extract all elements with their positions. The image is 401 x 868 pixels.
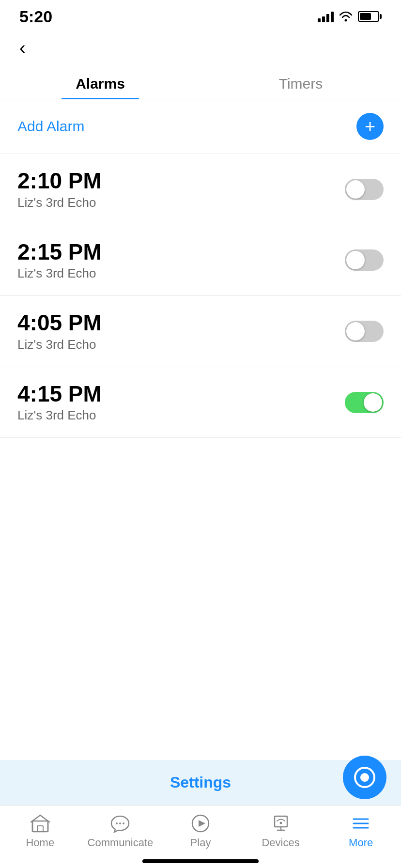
svg-point-11 xyxy=(279,822,282,824)
alarm-device: Liz's 3rd Echo xyxy=(17,266,102,281)
alarm-device: Liz's 3rd Echo xyxy=(17,408,102,423)
alarm-item: 2:15 PM Liz's 3rd Echo xyxy=(0,225,401,296)
add-alarm-row: Add Alarm + xyxy=(0,99,401,154)
play-icon xyxy=(189,813,212,834)
back-arrow-icon: ‹ xyxy=(19,38,26,58)
alarm-device: Liz's 3rd Echo xyxy=(17,337,102,352)
signal-icon xyxy=(318,11,334,22)
svg-point-0 xyxy=(345,19,347,22)
alarm-item: 4:05 PM Liz's 3rd Echo xyxy=(0,296,401,367)
alarms-list: 2:10 PM Liz's 3rd Echo 2:15 PM Liz's 3rd… xyxy=(0,154,401,438)
svg-point-5 xyxy=(116,822,118,824)
nav-item-play[interactable]: Play xyxy=(160,811,241,849)
alarm-time: 4:05 PM xyxy=(17,310,102,335)
plus-icon: + xyxy=(365,117,375,136)
nav-label-play: Play xyxy=(190,837,211,849)
toggle-knob xyxy=(346,322,365,341)
tabs-container: Alarms Timers xyxy=(0,67,401,99)
devices-icon xyxy=(269,813,293,834)
status-time: 5:20 xyxy=(19,7,52,26)
svg-rect-2 xyxy=(37,826,43,832)
toggle-knob xyxy=(346,180,365,199)
alarm-info: 2:15 PM Liz's 3rd Echo xyxy=(17,240,102,281)
svg-point-7 xyxy=(123,822,124,824)
alarm-toggle[interactable] xyxy=(345,321,384,342)
status-bar: 5:20 xyxy=(0,0,401,29)
alarm-toggle[interactable] xyxy=(345,392,384,413)
svg-rect-10 xyxy=(275,816,287,827)
home-icon xyxy=(29,813,52,834)
alarm-info: 4:05 PM Liz's 3rd Echo xyxy=(17,310,102,352)
more-icon xyxy=(349,813,372,834)
nav-label-home: Home xyxy=(26,837,54,849)
svg-point-6 xyxy=(119,822,121,824)
tab-timers[interactable]: Timers xyxy=(200,67,401,99)
add-alarm-button[interactable]: + xyxy=(356,113,384,140)
bottom-nav: Home Communicate Play xyxy=(0,805,401,868)
battery-icon xyxy=(358,11,382,22)
add-alarm-label[interactable]: Add Alarm xyxy=(17,118,84,135)
nav-item-more[interactable]: More xyxy=(321,811,401,849)
alarm-toggle[interactable] xyxy=(345,249,384,271)
settings-bar[interactable]: Settings xyxy=(0,760,401,805)
communicate-icon xyxy=(108,813,132,834)
alexa-fab-button[interactable] xyxy=(343,756,386,799)
toggle-knob xyxy=(346,251,365,269)
nav-item-home[interactable]: Home xyxy=(0,811,80,849)
alarm-info: 2:10 PM Liz's 3rd Echo xyxy=(17,169,102,210)
alarm-info: 4:15 PM Liz's 3rd Echo xyxy=(17,382,102,423)
nav-item-devices[interactable]: Devices xyxy=(241,811,321,849)
alarm-time: 4:15 PM xyxy=(17,382,102,406)
home-indicator xyxy=(142,859,259,863)
nav-label-communicate: Communicate xyxy=(88,837,154,849)
alarm-item: 2:10 PM Liz's 3rd Echo xyxy=(0,154,401,225)
wifi-icon xyxy=(339,11,353,22)
nav-label-devices: Devices xyxy=(262,837,299,849)
back-button[interactable]: ‹ xyxy=(0,29,401,62)
nav-item-communicate[interactable]: Communicate xyxy=(80,811,161,849)
alarm-time: 2:15 PM xyxy=(17,240,102,264)
alarm-device: Liz's 3rd Echo xyxy=(17,195,102,210)
nav-label-more: More xyxy=(349,837,373,849)
tab-alarms[interactable]: Alarms xyxy=(0,67,200,99)
alarm-toggle[interactable] xyxy=(345,179,384,200)
toggle-knob xyxy=(364,393,382,412)
status-icons xyxy=(318,11,382,22)
alarm-item: 4:15 PM Liz's 3rd Echo xyxy=(0,367,401,438)
settings-label: Settings xyxy=(170,774,231,791)
alexa-icon xyxy=(354,767,375,788)
svg-marker-9 xyxy=(199,820,205,827)
alarm-time: 2:10 PM xyxy=(17,169,102,193)
